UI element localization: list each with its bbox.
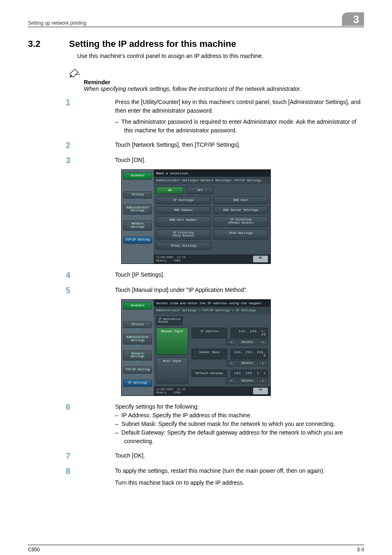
reminder-callout: ... Reminder When specifying network set… xyxy=(69,68,364,92)
step-1: 1 Press the [Utility/Counter] key in thi… xyxy=(28,98,364,135)
step-number: 4 xyxy=(28,271,115,280)
step-7: 7 Touch [OK]. xyxy=(28,451,364,461)
ip-address-label: IP Address xyxy=(191,328,227,338)
ok-button[interactable]: OK xyxy=(253,388,268,394)
network-settings-nav[interactable]: Network Settings xyxy=(123,220,152,231)
ipv6-settings-button[interactable]: IPv6 Settings xyxy=(214,229,268,240)
step-number: 5 xyxy=(28,286,115,295)
reminder-text: When specifying network settings, follow… xyxy=(84,86,364,92)
left-arrow-button[interactable]: ⬅ xyxy=(226,360,236,366)
bookmark-tab[interactable]: Bookmark xyxy=(123,302,152,310)
left-arrow-button[interactable]: ⬅ xyxy=(226,378,236,384)
panel-title: Select item and enter the IP address usi… xyxy=(154,300,270,307)
step-subtext: – IP Address: Specify the IP address of … xyxy=(115,411,364,420)
reminder-label: Reminder xyxy=(84,79,364,86)
svg-text:...: ... xyxy=(76,69,81,76)
auto-input-button[interactable]: Auto Input xyxy=(156,357,188,384)
ok-button[interactable]: OK xyxy=(253,256,268,262)
step-text: To apply the settings, restart this mach… xyxy=(115,467,364,475)
ip-filter-permit-button[interactable]: IP Filtering (Permit Access) xyxy=(214,216,268,227)
raw-port-button[interactable]: RAW Port Number xyxy=(156,216,210,227)
step-2: 2 Touch [Network Settings], then [TCP/IP… xyxy=(28,141,364,150)
step-number: 8 xyxy=(28,467,115,487)
step-text: Press the [Utility/Counter] key in this … xyxy=(115,98,364,115)
step-8: 8 To apply the settings, restart this ma… xyxy=(28,467,364,487)
default-gateway-label: Default Gateway xyxy=(191,370,227,377)
page-header: Setting up network printing 3 xyxy=(28,12,364,27)
right-arrow-button[interactable]: ➡ xyxy=(258,339,268,345)
running-head: Setting up network printing xyxy=(28,20,86,26)
step-number: 7 xyxy=(28,451,115,461)
step-text-followup: Turn this machine back on to apply the I… xyxy=(115,479,364,487)
left-arrow-button[interactable]: ⬅ xyxy=(226,339,236,345)
breadcrumb: Administrator Settings> Network Settings… xyxy=(154,177,270,184)
ip-settings-button[interactable]: IP Settings xyxy=(156,197,210,204)
dns-server-button[interactable]: DNS Server Settings xyxy=(214,206,268,214)
dns-host-button[interactable]: DNS Host xyxy=(214,197,268,204)
nav-arrow-icon: ▼ xyxy=(122,198,154,202)
panel-title: Make a selection. xyxy=(154,170,270,177)
admin-settings-nav[interactable]: Administrator Settings xyxy=(123,204,152,215)
delete-button[interactable]: Delete xyxy=(238,378,256,384)
step-number: 6 xyxy=(28,402,115,446)
step-number: 2 xyxy=(28,141,115,150)
dns-domain-button[interactable]: DNS Domain xyxy=(156,206,210,214)
nav-arrow-icon: ▼ xyxy=(122,327,154,331)
footer-model: C650 xyxy=(28,547,40,553)
nav-arrow-icon: ▼ xyxy=(122,360,154,364)
step-text: Touch [Manual Input] under "IP Applicati… xyxy=(115,286,364,295)
nav-arrow-icon: ▼ xyxy=(122,214,154,218)
page-footer: C650 3-3 xyxy=(28,545,364,553)
section-heading: 3.2Setting the IP address for this machi… xyxy=(28,39,364,49)
step-subtext: – The administrator password is required… xyxy=(115,118,364,135)
status-bar: 11/09/2006 14:20Memory 100% OK xyxy=(154,386,270,395)
footer-page: 3-3 xyxy=(357,547,364,553)
step-6: 6 Specify settings for the following: – … xyxy=(28,402,364,446)
nav-arrow-icon: ▼ xyxy=(122,230,154,234)
step-text: Specify settings for the following: xyxy=(115,402,364,411)
off-toggle[interactable]: OFF xyxy=(187,187,214,194)
step-text: Touch [OK]. xyxy=(115,451,364,461)
step-text: Touch [Network Settings], then [TCP/IP S… xyxy=(115,141,364,150)
step-subtext: – Subnet Mask: Specify the subnet mask f… xyxy=(115,420,364,428)
step-number: 1 xyxy=(28,98,115,135)
screenshot-ip-settings: Bookmark Utility ▼ Administrator Setting… xyxy=(121,299,271,396)
step-4: 4 Touch [IP Settings]. xyxy=(28,271,364,280)
nav-arrow-icon: ▼ xyxy=(122,344,154,348)
chapter-tab: 3 xyxy=(342,12,364,26)
step-3: 3 Touch [ON]. xyxy=(28,156,364,165)
admin-settings-nav[interactable]: Administrator Settings xyxy=(123,334,152,344)
delete-button[interactable]: Delete xyxy=(238,339,256,345)
right-arrow-button[interactable]: ➡ xyxy=(258,378,268,384)
ip-filter-deny-button[interactable]: IP Filtering (Deny Access) xyxy=(156,229,210,240)
right-arrow-button[interactable]: ➡ xyxy=(258,360,268,366)
step-subtext: – Default Gateway: Specify the default g… xyxy=(115,428,364,446)
manual-input-button[interactable]: Manual Input xyxy=(156,328,188,355)
ip-address-value[interactable]: 192. 168. 1. 20 xyxy=(231,328,268,338)
default-gateway-value[interactable]: 192. 168. 1. 1 xyxy=(231,370,268,377)
section-title: Setting the IP address for this machine xyxy=(69,39,236,49)
subnet-mask-label: Subnet Mask xyxy=(191,349,227,359)
step-text: Touch [IP Settings]. xyxy=(115,271,364,280)
step-number: 3 xyxy=(28,156,115,165)
breadcrumb: Administrator Settings > TCP/IP Settings… xyxy=(154,307,270,314)
note-icon: ... xyxy=(69,68,81,79)
tcpip-setting-nav[interactable]: TCP/IP Setting xyxy=(123,236,152,244)
delete-button[interactable]: Delete xyxy=(238,360,256,366)
network-settings-nav[interactable]: Network Settings xyxy=(123,350,152,361)
ipsec-settings-button[interactable]: IPsec Settings xyxy=(156,242,212,250)
bookmark-tab[interactable]: Bookmark xyxy=(123,172,152,180)
nav-arrow-icon: ▼ xyxy=(122,373,154,377)
screenshot-tcpip-settings: Bookmark Utility ▼ Administrator Setting… xyxy=(121,169,271,264)
step-5: 5 Touch [Manual Input] under "IP Applica… xyxy=(28,286,364,295)
status-bar: 11/09/2006 14:19Memory 100% OK xyxy=(154,254,270,264)
section-number: 3.2 xyxy=(28,39,69,49)
ip-settings-nav[interactable]: IP Settings xyxy=(123,379,152,387)
step-text: Touch [ON]. xyxy=(115,156,364,165)
ip-method-label: IP Application Method xyxy=(156,317,183,325)
intro-text: Use this machine's control panel to assi… xyxy=(77,52,364,60)
on-toggle[interactable]: ON xyxy=(156,187,183,194)
subnet-mask-value[interactable]: 255. 255. 255. 0 xyxy=(231,349,268,359)
